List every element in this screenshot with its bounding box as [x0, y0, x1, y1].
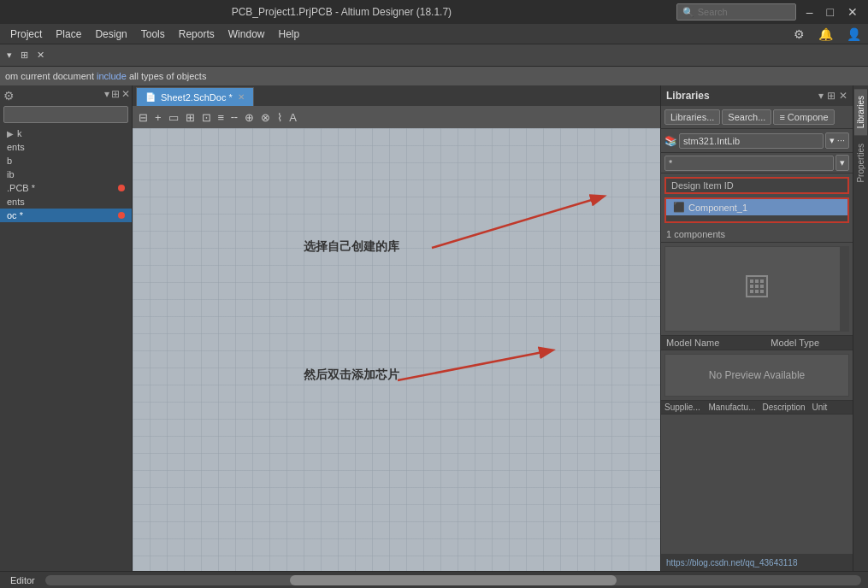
left-panel-search[interactable]	[3, 106, 128, 123]
supplier-col-0: Supplie...	[664, 403, 701, 412]
menu-right-icons: ⚙ 🔔 👤	[790, 26, 865, 43]
wire-tool-btn[interactable]: ╌	[228, 109, 240, 126]
search-input[interactable]	[698, 7, 783, 17]
search-button[interactable]: Search...	[722, 109, 771, 125]
menu-reports[interactable]: Reports	[172, 26, 221, 42]
left-pin-button[interactable]: ▾	[104, 88, 109, 100]
pin-tool-btn[interactable]: ⊕	[242, 109, 257, 126]
tab-libraries[interactable]: Libraries	[854, 89, 867, 135]
maximize-button[interactable]: □	[824, 6, 837, 18]
close-button[interactable]: ✕	[844, 6, 861, 18]
list-item-label: ents	[7, 142, 25, 152]
title-bar: PCB_Project1.PrjPCB - Altium Designer (1…	[0, 0, 868, 24]
center-area: 📄 Sheet2.SchDoc * ✕ ⊟ + ▭ ⊞ ⊡ ≡ ╌ ⊕ ⊗ ⌇ …	[133, 85, 660, 571]
url-bar: https://blog.csdn.net/qq_43643118	[661, 554, 853, 571]
minimize-button[interactable]: –	[803, 6, 817, 18]
net-tool-btn[interactable]: ≡	[216, 109, 227, 126]
component-icon: ⬛	[673, 202, 685, 213]
canvas-grid: 选择自己创建的库 然后双击添加芯片	[133, 128, 660, 571]
add-tool-btn[interactable]: +	[152, 109, 164, 126]
menu-place[interactable]: Place	[49, 26, 88, 42]
tab-file-icon: 📄	[145, 92, 156, 102]
svg-rect-7	[750, 285, 753, 288]
list-item-label: ib	[7, 169, 15, 179]
libraries-button[interactable]: Libraries...	[664, 109, 720, 125]
menu-design[interactable]: Design	[88, 26, 133, 42]
list-item[interactable]: b	[0, 154, 132, 168]
libraries-panel-title: Libraries	[666, 90, 710, 102]
doc-toolbar: ⊟ + ▭ ⊞ ⊡ ≡ ╌ ⊕ ⊗ ⌇ A	[133, 106, 660, 128]
left-panel-header: ⚙ ▾ ⊞ ✕	[0, 85, 132, 103]
component-tool-btn[interactable]: ⊡	[199, 109, 214, 126]
svg-rect-8	[755, 285, 759, 288]
auto-pin-button[interactable]: ▾	[3, 48, 15, 62]
menu-tools[interactable]: Tools	[134, 26, 172, 42]
model-name-label: Model Name	[666, 338, 719, 348]
title-text: PCB_Project1.PrjPCB - Altium Designer (1…	[7, 6, 676, 18]
doc-tabs: 📄 Sheet2.SchDoc * ✕	[133, 85, 660, 106]
panel-close-button[interactable]: ✕	[839, 90, 847, 102]
user-icon[interactable]: 👤	[843, 26, 865, 43]
menu-project[interactable]: Project	[3, 26, 49, 42]
title-controls: – □ ✕	[803, 6, 861, 18]
horizontal-scrollbar[interactable]	[45, 575, 861, 585]
list-item-label: .PCB *	[7, 183, 35, 193]
panel-float-button[interactable]: ⊞	[827, 90, 836, 102]
filter-input[interactable]	[664, 156, 834, 171]
modified-badge	[118, 212, 125, 219]
left-close-button[interactable]: ✕	[121, 88, 130, 100]
library-more-button[interactable]: ▾ ···	[825, 132, 849, 149]
menu-help[interactable]: Help	[271, 26, 306, 42]
list-item[interactable]: ▶ k	[0, 126, 132, 140]
components-button[interactable]: ≡ Compone	[773, 109, 834, 125]
library-name-input[interactable]	[679, 133, 824, 149]
component-count: 1 components	[661, 226, 853, 243]
pcb-tool-btn[interactable]: ⊗	[258, 109, 273, 126]
float-button[interactable]: ⊞	[17, 48, 32, 62]
list-item[interactable]: ib	[0, 168, 132, 181]
component-item[interactable]: ⬛ Component_1	[666, 199, 847, 215]
notifications-icon[interactable]: 🔔	[815, 26, 836, 43]
filter-arrow-button[interactable]: ▾	[836, 155, 849, 171]
list-item-label: b	[7, 156, 12, 166]
svg-rect-12	[760, 290, 764, 293]
tab-properties[interactable]: Properties	[854, 137, 867, 190]
list-item[interactable]: ents	[0, 140, 132, 154]
signal-tool-btn[interactable]: ⌇	[275, 109, 285, 126]
text-tool-btn[interactable]: A	[286, 109, 299, 126]
list-item-active[interactable]: oc *	[0, 209, 132, 222]
svg-line-1	[432, 197, 603, 248]
list-item[interactable]: ents	[0, 195, 132, 209]
list-item-label: ents	[7, 197, 25, 207]
close-panel-button[interactable]: ✕	[33, 48, 48, 62]
filter-include-link[interactable]: include	[97, 71, 127, 81]
annotation-text-2: 然后双击添加芯片	[304, 368, 399, 383]
panel-pin-button[interactable]: ▾	[818, 90, 824, 102]
modified-badge	[118, 185, 125, 191]
list-item-label: k	[17, 128, 22, 138]
doc-tab-active[interactable]: 📄 Sheet2.SchDoc * ✕	[136, 87, 254, 106]
left-float-button[interactable]: ⊞	[111, 88, 120, 100]
filter-tool-btn[interactable]: ⊟	[136, 109, 151, 126]
doc-tab-label: Sheet2.SchDoc *	[161, 92, 233, 103]
title-search-box[interactable]: 🔍	[676, 3, 796, 21]
menu-window[interactable]: Window	[221, 26, 272, 42]
scrollbar-thumb[interactable]	[290, 575, 617, 585]
list-item[interactable]: .PCB *	[0, 181, 132, 195]
library-icon: 📚	[664, 135, 677, 147]
canvas-area[interactable]: 选择自己创建的库 然后双击添加芯片	[133, 128, 660, 571]
model-header: Model Name Model Type	[661, 335, 853, 350]
filter-suffix: all types of objects	[129, 71, 207, 81]
supplier-header: Supplie... Manufactu... Description Unit	[661, 400, 853, 415]
bottom-bar: Editor	[0, 571, 868, 588]
other-tool-btn[interactable]: ⊞	[183, 109, 198, 126]
design-item-id-label: Design Item ID	[671, 180, 734, 191]
annotation-arrows	[133, 128, 660, 571]
preview-scrollbar[interactable]	[840, 247, 848, 331]
preview-area	[664, 246, 849, 332]
tab-close-icon[interactable]: ✕	[238, 92, 245, 102]
editor-label: Editor	[3, 575, 42, 585]
settings-icon[interactable]: ⚙	[790, 26, 808, 43]
rect-tool-btn[interactable]: ▭	[166, 109, 181, 126]
gear-icon[interactable]: ⚙	[3, 89, 15, 103]
